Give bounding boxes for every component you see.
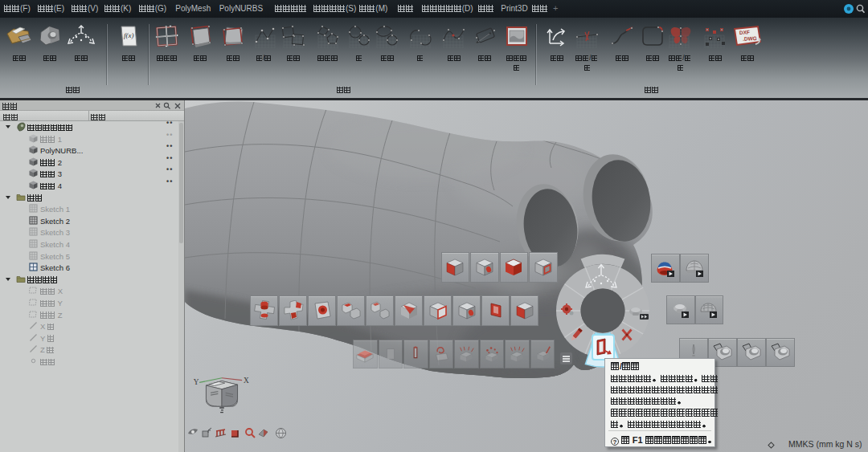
svg-text:X: X xyxy=(244,377,249,385)
svg-text:f(x): f(x) xyxy=(124,31,134,39)
svg-text:Y: Y xyxy=(194,378,199,386)
svg-text:.DWG: .DWG xyxy=(743,35,757,42)
svg-text:DXF: DXF xyxy=(739,29,750,35)
